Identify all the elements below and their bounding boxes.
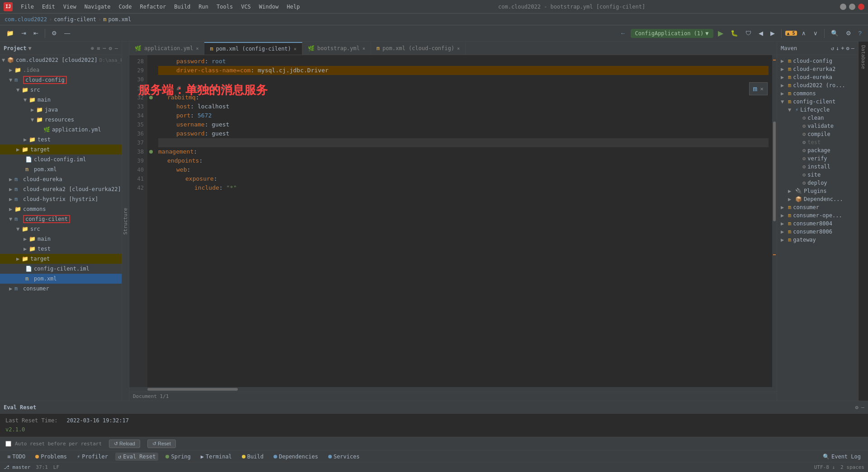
- database-tab[interactable]: Database: [858, 42, 868, 401]
- maven-install[interactable]: ⚙ install: [779, 163, 856, 171]
- toolbar-down-nav[interactable]: ∨: [811, 28, 821, 38]
- close-panel-icon[interactable]: —: [115, 45, 118, 51]
- maven-package[interactable]: ⚙ package: [779, 146, 856, 154]
- menu-code[interactable]: Code: [115, 3, 136, 11]
- coverage-button[interactable]: 🛡: [743, 28, 754, 38]
- maven-cloud-eureka[interactable]: ▶ m cloud-eureka: [779, 73, 856, 81]
- tab-yml-close[interactable]: ×: [196, 46, 198, 51]
- maven-gateway[interactable]: ▶ m gateway: [779, 236, 856, 244]
- toolbar-settings-icon[interactable]: ⚙: [49, 28, 60, 38]
- tool-services[interactable]: Services: [326, 453, 363, 461]
- tree-config-cilent-pom[interactable]: m pom.xml: [0, 274, 122, 284]
- tool-profiler[interactable]: ⚡ Profiler: [74, 453, 111, 461]
- menu-view[interactable]: View: [60, 3, 80, 11]
- reset-button[interactable]: ↺ Reset: [147, 439, 176, 448]
- expand-all-icon[interactable]: ≡: [97, 45, 100, 51]
- maven-close-icon[interactable]: —: [851, 45, 854, 51]
- toolbar-nav-left[interactable]: ◀: [756, 28, 766, 38]
- maven-settings-icon[interactable]: ⚙: [846, 45, 849, 51]
- search-button[interactable]: 🔍: [828, 28, 841, 38]
- debug-button[interactable]: 🐛: [728, 28, 741, 38]
- close-button[interactable]: [858, 4, 864, 10]
- tree-resources[interactable]: ▼ 📁 resources: [0, 115, 122, 125]
- toolbar-minimize-icon[interactable]: —: [61, 28, 73, 38]
- tool-todo[interactable]: ≡ TODO: [5, 453, 28, 461]
- maven-consumer8006[interactable]: ▶ m consumer8006: [779, 228, 856, 236]
- tree-cloud-config-main[interactable]: ▼ 📁 main: [0, 95, 122, 105]
- toolbar-indent-icon[interactable]: ⇥: [19, 28, 29, 38]
- toolbar-up-nav[interactable]: ∧: [799, 28, 809, 38]
- maven-lifecycle[interactable]: ▼ ⚡ Lifecycle: [779, 106, 856, 114]
- toolbar-outdent-icon[interactable]: ⇤: [31, 28, 41, 38]
- maven-commons[interactable]: ▶ m commons: [779, 89, 856, 98]
- tree-app-yml[interactable]: 🌿 application.yml: [0, 125, 122, 135]
- menu-navigate[interactable]: Navigate: [81, 3, 114, 11]
- bottom-settings-icon[interactable]: ⚙: [855, 404, 859, 411]
- menu-file[interactable]: File: [17, 3, 38, 11]
- tool-terminal[interactable]: ▶ Terminal: [198, 453, 235, 461]
- breadcrumb-config-cilent[interactable]: config-cilent: [54, 16, 96, 23]
- toolbar-project-icon[interactable]: 📁: [4, 28, 17, 38]
- maven-config-cilent[interactable]: ▼ m config-cilent: [779, 98, 856, 106]
- maven-plugins[interactable]: ▶ 🔌 Plugins: [779, 187, 856, 195]
- breadcrumb-root[interactable]: com.cloud2022: [5, 16, 47, 23]
- tab-cloud-close[interactable]: ×: [457, 46, 460, 51]
- maven-cloud-config[interactable]: ▶ m cloud-config: [779, 57, 856, 65]
- editor-right-scrollbar[interactable]: [772, 55, 777, 387]
- maven-cloud2022[interactable]: ▶ m cloud2022 (ro...: [779, 81, 856, 89]
- maven-clean[interactable]: ⚙ clean: [779, 114, 856, 122]
- maven-consumer[interactable]: ▶ m consumer: [779, 203, 856, 211]
- tree-root[interactable]: ▼ 📦 com.cloud2022 [cloud2022] D:\aaa_kai…: [0, 55, 122, 65]
- code-content[interactable]: password: root driver-class-name=com: my…: [155, 55, 772, 387]
- tool-event-log[interactable]: 🔍 Event Log: [820, 453, 863, 461]
- menu-vcs[interactable]: VCS: [237, 3, 255, 11]
- tree-test[interactable]: ▶ 📁 test: [0, 135, 122, 145]
- tool-eval-reset[interactable]: ↺ Eval Reset: [115, 453, 158, 461]
- tree-target2[interactable]: ▶ 📁 target: [0, 254, 122, 264]
- tab-pom-config-cilent[interactable]: m pom.xml (config-cilent) ×: [204, 42, 302, 55]
- reload-button[interactable]: ↺ Reload: [109, 439, 140, 448]
- tree-config-cilent-src[interactable]: ▼ 📁 src: [0, 224, 122, 234]
- tree-consumer[interactable]: ▶ m consumer: [0, 284, 122, 294]
- maven-dependencies[interactable]: ▶ 📦 Dependenc...: [779, 195, 856, 203]
- tree-cloud-hystrix[interactable]: ▶ m cloud-hystrix [hystrix]: [0, 194, 122, 204]
- tool-spring[interactable]: Spring: [163, 453, 193, 461]
- maven-refresh-icon[interactable]: ↺: [831, 45, 834, 51]
- tree-cloud-eureka[interactable]: ▶ m cloud-eureka: [0, 174, 122, 184]
- maven-consumer8004[interactable]: ▶ m consumer8004: [779, 220, 856, 228]
- tree-target1[interactable]: ▶ 📁 target: [0, 145, 122, 154]
- tree-cloud-config[interactable]: ▼ m cloud-config: [0, 75, 122, 85]
- maven-download-icon[interactable]: ↓: [836, 45, 839, 51]
- maven-add-icon[interactable]: +: [841, 45, 844, 51]
- tab-xml-close[interactable]: ×: [294, 47, 297, 51]
- menu-run[interactable]: Run: [195, 3, 212, 11]
- scrollbar-thumb[interactable]: [773, 122, 776, 221]
- auto-reset-checkbox-label[interactable]: Auto reset before per restart: [5, 441, 102, 447]
- locate-icon[interactable]: ⊕: [91, 45, 94, 51]
- menu-edit[interactable]: Edit: [38, 3, 59, 11]
- tool-dependencies[interactable]: Dependencies: [271, 453, 321, 461]
- tree-cloud-config-iml[interactable]: 📄 cloud-config.iml: [0, 154, 122, 164]
- tree-java[interactable]: ▶ 📁 java: [0, 105, 122, 115]
- tree-commons[interactable]: ▶ 📁 commons: [0, 204, 122, 214]
- maven-consumer-ope[interactable]: ▶ m consumer-ope...: [779, 211, 856, 220]
- maximize-button[interactable]: [849, 4, 855, 10]
- tree-config-cilent-test[interactable]: ▶ 📁 test: [0, 244, 122, 254]
- encoding-status[interactable]: UTF-8 ↓: [814, 464, 835, 470]
- tree-config-cilent-main[interactable]: ▶ 📁 main: [0, 234, 122, 244]
- maven-verify[interactable]: ⚙ verify: [779, 154, 856, 163]
- breadcrumb-file[interactable]: pom.xml: [108, 16, 132, 23]
- maven-compile[interactable]: ⚙ compile: [779, 130, 856, 138]
- menu-build[interactable]: Build: [170, 3, 194, 11]
- info-close-icon[interactable]: ×: [760, 85, 764, 92]
- tab-application-yml[interactable]: 🌿 application.yml ×: [129, 42, 204, 55]
- maven-validate[interactable]: ⚙ validate: [779, 122, 856, 130]
- tree-idea[interactable]: ▶ 📁 .idea: [0, 65, 122, 75]
- help-button[interactable]: ?: [856, 28, 864, 38]
- scrollbar-h-thumb[interactable]: [147, 388, 238, 391]
- tree-cloud-config-pom[interactable]: m pom.xml: [0, 164, 122, 174]
- bottom-minimize-icon[interactable]: —: [861, 404, 864, 411]
- tree-config-cilent[interactable]: ▼ m config-cilent: [0, 214, 122, 224]
- tab-pom-cloud-config[interactable]: m pom.xml (cloud-config) ×: [371, 42, 466, 55]
- tab-bootstrap-yml[interactable]: 🌿 bootstrap.yml ×: [302, 42, 371, 55]
